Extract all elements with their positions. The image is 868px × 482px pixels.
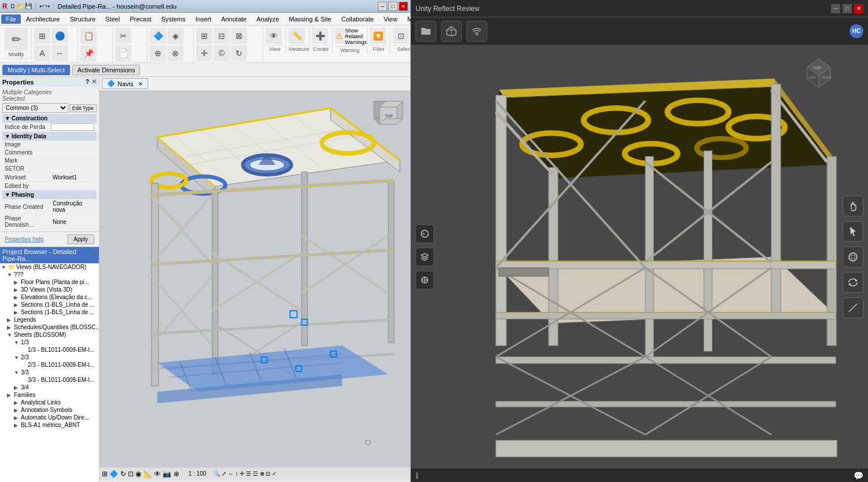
pb-item-9[interactable]: ▼ 1/3 bbox=[0, 338, 99, 346]
unity-maximize-btn[interactable]: □ bbox=[843, 4, 852, 13]
ribbon-move-icon[interactable]: ✛ bbox=[196, 45, 212, 61]
ribbon-copy-icon[interactable]: 📄 bbox=[115, 45, 131, 61]
indice-perda-input[interactable] bbox=[51, 123, 94, 131]
unity-avatar[interactable]: HC bbox=[849, 24, 863, 38]
ribbon-cut-icon[interactable]: ✂ bbox=[115, 28, 131, 44]
ribbon-mirror-icon[interactable]: ⊠ bbox=[231, 28, 247, 44]
unity-nav-cube[interactable]: TOP LEFT FRONT bbox=[799, 50, 839, 90]
maximize-btn[interactable]: □ bbox=[388, 2, 398, 11]
unity-minimize-btn[interactable]: ─ bbox=[831, 4, 840, 13]
ribbon-view-icon[interactable]: 👁 bbox=[266, 28, 282, 44]
ribbon-copy2-icon[interactable]: © bbox=[214, 45, 230, 61]
unity-folder-btn[interactable] bbox=[415, 21, 436, 42]
unity-wifi-btn[interactable] bbox=[466, 21, 487, 42]
menu-precast[interactable]: Precast bbox=[125, 14, 156, 24]
revit-viewport[interactable]: 🔷 Navis ✕ bbox=[100, 77, 410, 482]
apply-btn[interactable]: Apply bbox=[67, 234, 94, 244]
ribbon-icon-text[interactable]: A bbox=[34, 45, 50, 61]
navis-tab-close[interactable]: ✕ bbox=[138, 81, 143, 87]
pb-item-15[interactable]: ▶ 3/4 bbox=[0, 384, 99, 391]
viewport-content[interactable]: ◯ TOP L bbox=[100, 91, 410, 467]
title-icon-open[interactable]: 📂 bbox=[17, 3, 24, 9]
pb-item-2[interactable]: ▶ 3D Views (Vista 3D) bbox=[0, 286, 99, 293]
pb-item-18[interactable]: ▶ Annotation Symbols bbox=[0, 406, 99, 414]
activate-dimensions-btn[interactable]: Activate Dimensions bbox=[72, 65, 141, 75]
menu-structure[interactable]: Structure bbox=[65, 14, 100, 24]
menu-view[interactable]: View bbox=[379, 14, 402, 24]
pb-item-6[interactable]: ▶ Legends bbox=[0, 316, 99, 323]
ribbon-select-icon2[interactable]: 🔵 bbox=[52, 28, 68, 44]
menu-insert[interactable]: Insert bbox=[191, 14, 216, 24]
ribbon-measure-icon[interactable]: 📏 bbox=[289, 28, 305, 44]
unity-info-icon[interactable]: ℹ bbox=[415, 471, 418, 480]
minimize-btn[interactable]: ─ bbox=[378, 2, 387, 11]
close-btn[interactable]: ✕ bbox=[399, 2, 408, 11]
pb-item-14[interactable]: 3/3 - BL1011-0009-EM-l... bbox=[0, 376, 99, 384]
pb-item-3[interactable]: ▶ Elevations (Elevação da c... bbox=[0, 293, 99, 301]
pb-item-4[interactable]: ▶ Sections (1-BLS_Linha de ... bbox=[0, 301, 99, 308]
pb-item-0[interactable]: ▼ ??? bbox=[0, 271, 99, 278]
ribbon-geom4[interactable]: ⊗ bbox=[167, 45, 183, 61]
pb-views-root[interactable]: ▼ 📁 Views (BLS-NAVEGADOR) bbox=[0, 263, 99, 271]
menu-steel[interactable]: Steel bbox=[101, 14, 124, 24]
properties-help-link[interactable]: Properties help bbox=[2, 235, 46, 244]
ribbon-align-icon[interactable]: ⊞ bbox=[196, 28, 212, 44]
title-icon-save[interactable]: 💾 bbox=[25, 3, 32, 9]
menu-annotate[interactable]: Annotate bbox=[216, 14, 251, 24]
pb-item-20[interactable]: ▶ BLS-A1 métrico_ABNT bbox=[0, 421, 99, 429]
navis-tab[interactable]: 🔷 Navis ✕ bbox=[102, 78, 148, 89]
ribbon-geom1[interactable]: 🔷 bbox=[150, 28, 166, 44]
ribbon-geom2[interactable]: ◈ bbox=[167, 28, 183, 44]
unity-settings-btn[interactable]: ≡ bbox=[415, 225, 434, 243]
unity-viewport[interactable]: ≡ bbox=[411, 45, 868, 468]
ribbon-rotate-icon[interactable]: ↻ bbox=[231, 45, 247, 61]
menu-collaborate[interactable]: Collaborate bbox=[337, 14, 378, 24]
pb-item-5[interactable]: ▶ Sections (1-BLS_Linha de ... bbox=[0, 308, 99, 316]
pb-item-8[interactable]: ▼ Sheets (BLOSSOM) bbox=[0, 331, 99, 338]
view-cube[interactable]: TOP L bbox=[371, 95, 406, 130]
ribbon-selection-icon[interactable]: ⊡ bbox=[393, 28, 409, 44]
properties-close-btn[interactable]: ✕ bbox=[91, 78, 97, 86]
pb-item-17[interactable]: ▶ Analytical Links bbox=[0, 399, 99, 406]
pb-item-19[interactable]: ▶ Automatic Up/Down Dire... bbox=[0, 414, 99, 421]
menu-file[interactable]: File bbox=[1, 14, 21, 24]
unity-layers-btn[interactable] bbox=[415, 248, 434, 266]
properties-help-icon[interactable]: ? bbox=[86, 79, 89, 85]
ribbon-select-icon1[interactable]: ⊞ bbox=[34, 28, 50, 44]
unity-close-btn[interactable]: ✕ bbox=[854, 4, 863, 13]
pb-item-16[interactable]: ▶ Families bbox=[0, 391, 99, 399]
ribbon-properties-icon[interactable]: 📋 bbox=[80, 28, 97, 44]
ribbon-create-icon[interactable]: ➕ bbox=[312, 28, 328, 44]
pb-item-7[interactable]: ▶ Schedules/Quantities (BLOSSC... bbox=[0, 323, 99, 331]
ribbon-modify-btn[interactable]: ✏ bbox=[5, 28, 28, 51]
unity-models-btn[interactable] bbox=[441, 21, 462, 42]
unity-orbit-btn[interactable] bbox=[843, 246, 863, 267]
menu-systems[interactable]: Systems bbox=[156, 14, 190, 24]
title-icon-new[interactable]: 🗋 bbox=[10, 3, 16, 9]
construction-expand-icon[interactable]: ▼ bbox=[5, 115, 10, 122]
common-dropdown[interactable]: Common (3) bbox=[2, 103, 68, 113]
unity-select-btn[interactable] bbox=[843, 221, 863, 242]
identity-expand-icon[interactable]: ▼ bbox=[5, 133, 10, 139]
ribbon-warning-icon[interactable]: ⚠ bbox=[335, 28, 344, 44]
ribbon-filter-icon[interactable]: 🔽 bbox=[370, 28, 386, 44]
unity-chat-icon[interactable]: 💬 bbox=[854, 471, 863, 480]
menu-massing[interactable]: Massing & Site bbox=[284, 14, 336, 24]
unity-reset-btn[interactable] bbox=[843, 272, 863, 293]
ribbon-offset-icon[interactable]: ⊟ bbox=[214, 28, 230, 44]
pb-close-btn[interactable]: ✕ bbox=[91, 252, 97, 259]
pb-item-10[interactable]: 1/3 - BL1011-0009-EM-l... bbox=[0, 346, 99, 354]
ribbon-paste-icon[interactable]: 📌 bbox=[80, 45, 97, 61]
pb-item-13[interactable]: ▼ 3/3 bbox=[0, 369, 99, 376]
unity-clip-btn[interactable] bbox=[415, 271, 434, 289]
pb-item-12[interactable]: 2/3 - BL1011-0009-EM-l... bbox=[0, 361, 99, 369]
pb-item-11[interactable]: ▼ 2/3 bbox=[0, 354, 99, 361]
modify-multiselect-btn[interactable]: Modify | Multi-Select bbox=[2, 65, 70, 75]
edit-type-btn[interactable]: Edit Type bbox=[69, 104, 97, 112]
menu-analyze[interactable]: Analyze bbox=[252, 14, 284, 24]
phasing-expand-icon[interactable]: ▼ bbox=[5, 192, 10, 198]
ribbon-geom3[interactable]: ⊕ bbox=[150, 45, 166, 61]
pb-item-1[interactable]: ▶ Floor Plans (Planta de pi... bbox=[0, 278, 99, 286]
unity-measure-btn[interactable] bbox=[843, 297, 863, 318]
ribbon-icon-dimension[interactable]: ↔ bbox=[52, 45, 68, 61]
